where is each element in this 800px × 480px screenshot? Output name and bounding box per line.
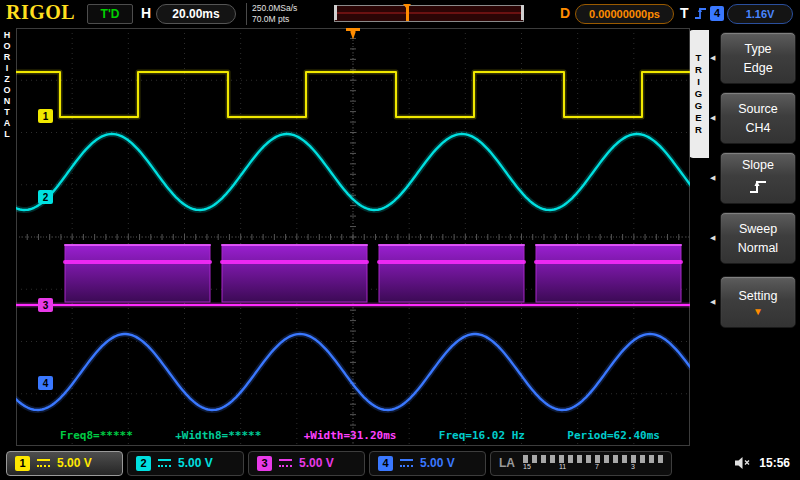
measurement-3: +Width=31.20ms <box>304 429 397 442</box>
menu-left-arrow-icon: ◀ <box>710 234 720 242</box>
rising-slope-icon <box>747 177 769 195</box>
horizontal-label: H <box>141 5 151 21</box>
acquisition-info: 250.0MSa/s 70.0M pts <box>246 3 297 25</box>
menu-item-label: Source <box>738 102 778 116</box>
channel-2-chip: 2 <box>136 456 151 471</box>
channel-4-scale: 5.00 V <box>420 456 455 470</box>
memory-position-bar[interactable] <box>334 5 524 22</box>
channel-3-chip: 3 <box>257 456 272 471</box>
menu-type-button[interactable]: Type Edge <box>720 32 796 84</box>
channel-3-scale: 5.00 V <box>299 456 334 470</box>
trigger-menu-panel: ◀ Type Edge ◀ Source CH4 ◀ Slope ◀ Sweep <box>710 32 800 336</box>
memory-bar-right-cap <box>521 5 524 20</box>
menu-item-label: Sweep <box>739 222 777 236</box>
horizontal-tab[interactable]: HORIZONTAL <box>2 30 12 170</box>
waveform-display: 1234 <box>16 28 690 446</box>
menu-left-arrow-icon: ◀ <box>710 54 720 62</box>
timebase-value[interactable]: 20.00ms <box>156 4 236 24</box>
la-label: LA <box>499 456 515 470</box>
beeper-muted-icon <box>734 456 751 470</box>
status-bar: 1 5.00 V 2 5.00 V 3 5.00 V 4 5.00 V LA 1… <box>0 446 800 480</box>
la-status-box[interactable]: LA 151173 <box>490 451 672 476</box>
svg-text:3: 3 <box>43 300 49 311</box>
svg-text:2: 2 <box>43 192 49 203</box>
menu-item-value: CH4 <box>745 121 770 135</box>
channel-3-box[interactable]: 3 5.00 V <box>248 451 365 476</box>
clock: 15:56 <box>759 456 790 470</box>
menu-item-value: Edge <box>743 61 772 75</box>
trigger-label: T <box>680 5 689 21</box>
menu-setting-button[interactable]: Setting ▼ <box>720 276 796 328</box>
expand-down-icon: ▼ <box>753 308 763 316</box>
memory-bar-left-cap <box>334 5 337 20</box>
channel-4-chip: 4 <box>378 456 393 471</box>
trigger-tab[interactable]: TRIGGER <box>688 30 709 158</box>
menu-left-arrow-icon: ◀ <box>710 174 720 182</box>
dc-coupling-icon <box>279 459 292 467</box>
measurement-4: Freq=16.02 Hz <box>439 429 525 442</box>
measurements-row: Freq8=***** +Width8=***** +Width=31.20ms… <box>16 429 690 442</box>
measurement-2: +Width8=***** <box>175 429 261 442</box>
menu-item-label: Type <box>744 42 771 56</box>
dc-coupling-icon <box>158 459 171 467</box>
menu-sweep-button[interactable]: Sweep Normal <box>720 212 796 264</box>
menu-slope-button[interactable]: Slope <box>720 152 796 204</box>
channel-4-box[interactable]: 4 5.00 V <box>369 451 486 476</box>
trigger-level-value[interactable]: 1.16V <box>727 4 793 24</box>
trigger-status-badge: T'D <box>87 4 133 24</box>
measurement-1: Freq8=***** <box>60 429 133 442</box>
channel-2-box[interactable]: 2 5.00 V <box>127 451 244 476</box>
brand-logo: RIGOL <box>6 1 75 24</box>
dc-coupling-icon <box>37 459 50 467</box>
delay-value[interactable]: 0.00000000ps <box>575 4 674 24</box>
svg-text:4: 4 <box>43 378 49 389</box>
menu-item-label: Setting <box>739 289 778 303</box>
menu-item-value: Normal <box>738 241 778 255</box>
channel-1-scale: 5.00 V <box>57 456 92 470</box>
menu-left-arrow-icon: ◀ <box>710 114 720 122</box>
measurement-5: Period=62.40ms <box>567 429 660 442</box>
channel-2-scale: 5.00 V <box>178 456 213 470</box>
dc-coupling-icon <box>400 459 413 467</box>
trigger-slope-icon <box>694 6 708 21</box>
menu-item-label: Slope <box>742 158 774 172</box>
menu-item-value <box>747 177 769 198</box>
delay-label: D <box>560 5 570 21</box>
top-bar: RIGOL T'D H 20.00ms 250.0MSa/s 70.0M pts… <box>0 0 800 28</box>
channel-1-chip: 1 <box>15 456 30 471</box>
memory-position-marker-icon[interactable] <box>406 5 409 21</box>
la-bit-indicators: 151173 <box>523 455 667 471</box>
sample-rate-value: 250.0MSa/s <box>252 3 297 14</box>
memory-depth-value: 70.0M pts <box>252 14 297 25</box>
trigger-source-badge: 4 <box>710 6 724 21</box>
trigger-position-icon <box>346 28 360 40</box>
svg-text:1: 1 <box>43 111 49 122</box>
menu-left-arrow-icon: ◀ <box>710 298 720 306</box>
menu-source-button[interactable]: Source CH4 <box>720 92 796 144</box>
channel-1-box[interactable]: 1 5.00 V <box>6 451 123 476</box>
